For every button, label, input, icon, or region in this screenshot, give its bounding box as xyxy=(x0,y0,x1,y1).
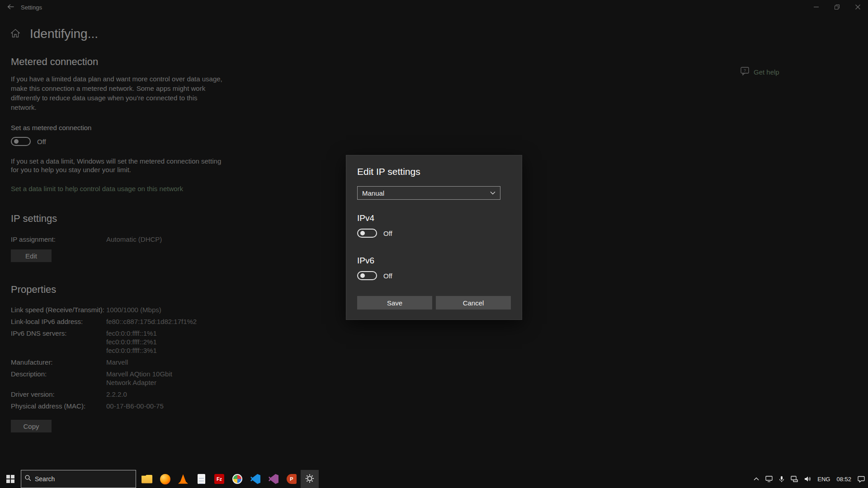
home-icon xyxy=(11,29,20,39)
notepad-taskbar-button[interactable] xyxy=(192,470,210,488)
settings-taskbar-button[interactable] xyxy=(301,470,319,488)
notepad-icon xyxy=(198,474,205,484)
chevron-up-icon xyxy=(754,477,759,481)
data-limit-note: If you set a data limit, Windows will se… xyxy=(11,157,224,174)
property-label: Link-local IPv6 address: xyxy=(11,317,106,326)
property-value: 00-17-B6-00-00-75 xyxy=(106,402,164,410)
display-icon xyxy=(765,476,773,482)
copy-properties-button[interactable]: Copy xyxy=(11,420,52,432)
start-button[interactable] xyxy=(0,470,21,488)
metered-connection-heading: Metered connection xyxy=(11,56,868,68)
microphone-tray-button[interactable] xyxy=(776,470,788,488)
toggle-knob xyxy=(360,273,365,278)
set-data-limit-link[interactable]: Set a data limit to help control data us… xyxy=(11,185,183,192)
titlebar: Settings xyxy=(0,0,868,14)
volume-icon xyxy=(804,476,811,482)
get-help-link[interactable]: ? Get help xyxy=(741,67,779,77)
ipv4-heading: IPv4 xyxy=(357,213,511,223)
ipv4-toggle-state: Off xyxy=(383,230,392,237)
vlc-icon xyxy=(178,474,188,484)
property-label: IPv6 DNS servers: xyxy=(11,329,106,355)
firefox-icon xyxy=(160,474,170,484)
edit-ip-button[interactable]: Edit xyxy=(11,249,52,262)
minimize-icon xyxy=(814,4,819,11)
properties-list: Link speed (Receive/Transmit): 1000/1000… xyxy=(11,305,868,410)
powerpoint-taskbar-button[interactable]: P xyxy=(283,470,301,488)
property-value: Marvell AQtion 10Gbit Network Adapter xyxy=(106,370,199,387)
maximize-button[interactable] xyxy=(826,0,847,14)
firefox-taskbar-button[interactable] xyxy=(156,470,174,488)
property-row: IPv6 DNS servers: fec0:0:0:ffff::1%1 fec… xyxy=(11,329,868,355)
settings-gear-icon xyxy=(305,474,315,485)
visual-studio-icon xyxy=(269,474,278,484)
paint-taskbar-button[interactable] xyxy=(228,470,246,488)
search-input[interactable] xyxy=(35,475,132,483)
edit-ip-settings-dialog: Edit IP settings Manual IPv4 Off IPv6 Of… xyxy=(346,155,522,320)
clock[interactable]: 08:52 xyxy=(833,470,854,488)
ip-assignment-value: Automatic (DHCP) xyxy=(106,235,162,243)
page-header: Identifying... xyxy=(11,25,868,42)
notification-center-button[interactable] xyxy=(854,470,868,488)
close-icon xyxy=(855,4,860,11)
language-indicator[interactable]: ENG xyxy=(814,470,833,488)
hidden-icons-button[interactable] xyxy=(750,470,762,488)
powerpoint-icon: P xyxy=(287,474,297,484)
property-label: Physical address (MAC): xyxy=(11,402,106,410)
property-label: Manufacturer: xyxy=(11,358,106,366)
property-value: Marvell xyxy=(106,358,128,366)
dropdown-selected-value: Manual xyxy=(362,189,384,197)
property-label: Driver version: xyxy=(11,390,106,399)
page-title: Identifying... xyxy=(30,27,98,41)
dialog-title: Edit IP settings xyxy=(357,166,511,177)
property-row: Driver version: 2.2.2.0 xyxy=(11,390,868,399)
windows-logo-icon xyxy=(6,475,14,483)
property-row: Description: Marvell AQtion 10Gbit Netwo… xyxy=(11,370,868,387)
ipv6-toggle-row: Off xyxy=(357,271,511,280)
property-row: Physical address (MAC): 00-17-B6-00-00-7… xyxy=(11,402,868,410)
filezilla-icon: Fz xyxy=(214,474,224,484)
volume-tray-button[interactable] xyxy=(801,470,814,488)
metered-toggle-row: Off xyxy=(11,137,868,146)
metered-toggle[interactable] xyxy=(11,137,31,146)
cancel-button[interactable]: Cancel xyxy=(436,296,511,310)
paint-icon xyxy=(232,474,242,484)
metered-connection-description: If you have a limited data plan and want… xyxy=(11,74,224,112)
window-controls xyxy=(806,0,868,14)
vscode-icon xyxy=(250,474,260,484)
property-value: fe80::c887:175d:1d82:17f1%2 xyxy=(106,317,197,326)
window-title: Settings xyxy=(21,4,42,11)
property-value: fec0:0:0:ffff::1%1 fec0:0:0:ffff::2%1 fe… xyxy=(106,329,157,355)
ipv6-toggle-state: Off xyxy=(383,272,392,280)
vlc-taskbar-button[interactable] xyxy=(174,470,192,488)
ipv6-heading: IPv6 xyxy=(357,256,511,266)
minimize-button[interactable] xyxy=(806,0,826,14)
taskbar-search-box[interactable] xyxy=(21,470,136,488)
ip-assignment-label: IP assignment: xyxy=(11,235,106,243)
file-explorer-taskbar-button[interactable] xyxy=(138,470,156,488)
network-tray-button[interactable] xyxy=(788,470,801,488)
pinned-apps: Fz P xyxy=(138,470,319,488)
chevron-down-icon xyxy=(490,191,495,195)
property-label: Link speed (Receive/Transmit): xyxy=(11,305,106,314)
svg-text:?: ? xyxy=(744,68,746,73)
taskbar: Fz P ENG 08:52 xyxy=(0,470,868,488)
property-label: Description: xyxy=(11,370,106,387)
visual-studio-taskbar-button[interactable] xyxy=(264,470,283,488)
ipv4-toggle[interactable] xyxy=(357,229,377,238)
file-explorer-icon xyxy=(142,475,152,483)
system-tray: ENG 08:52 xyxy=(750,470,868,488)
close-button[interactable] xyxy=(847,0,868,14)
ip-assignment-dropdown[interactable]: Manual xyxy=(357,186,500,200)
display-tray-button[interactable] xyxy=(762,470,776,488)
dns-server-line: fec0:0:0:ffff::1%1 xyxy=(106,329,157,338)
back-button[interactable] xyxy=(0,0,21,14)
save-button[interactable]: Save xyxy=(357,296,432,310)
filezilla-taskbar-button[interactable]: Fz xyxy=(210,470,228,488)
ethernet-icon xyxy=(791,476,798,482)
ipv6-toggle[interactable] xyxy=(357,271,377,280)
toggle-knob xyxy=(14,139,19,144)
get-help-icon: ? xyxy=(741,67,749,77)
vscode-taskbar-button[interactable] xyxy=(246,470,264,488)
get-help-label: Get help xyxy=(754,68,779,76)
property-value: 1000/1000 (Mbps) xyxy=(106,305,161,314)
